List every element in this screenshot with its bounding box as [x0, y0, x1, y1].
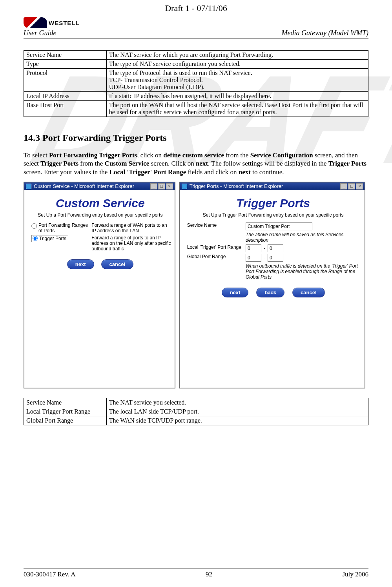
trigger-ports-subtitle: Set Up a Trigger Port Forwarding entry b…	[187, 212, 359, 218]
cell-key: Global Port Range	[24, 416, 107, 425]
radio-label: Trigger Ports	[39, 236, 66, 241]
body-bold: Trigger Ports	[328, 160, 366, 167]
body-bold: next	[239, 168, 251, 176]
minimize-button[interactable]: _	[340, 183, 347, 190]
custom-service-subtitle: Set Up a Port Forwarding entry based on …	[31, 212, 169, 218]
ie-icon	[26, 184, 31, 189]
body-bold: Custom Service	[105, 160, 150, 167]
table-row: Service NameThe NAT service for which yo…	[24, 51, 368, 60]
custom-service-heading: Custom Service	[31, 197, 169, 210]
cell-value: The WAN side TCP/UDP port range.	[106, 416, 368, 425]
cell-key: Local IP Address	[24, 92, 107, 101]
close-button[interactable]: ×	[166, 183, 173, 190]
titlebar: Custom Service - Microsoft Internet Expl…	[24, 182, 175, 190]
definitions-table-2: Service NameThe NAT service you selected…	[24, 398, 368, 425]
trigger-ports-heading: Trigger Ports	[187, 197, 359, 210]
table-row: Local Trigger Port RangeThe local LAN si…	[24, 407, 368, 416]
cancel-button[interactable]: cancel	[101, 259, 133, 269]
next-button[interactable]: next	[222, 288, 249, 297]
cell-key: Service Name	[24, 398, 107, 407]
cell-key: Local Trigger Port Range	[24, 407, 107, 416]
header-left: User Guide	[24, 29, 57, 37]
body-bold: define custom service	[163, 151, 224, 159]
table-row: ProtocolThe type of Protocol that is use…	[24, 69, 368, 92]
back-button[interactable]: back	[256, 288, 284, 297]
range-separator: -	[264, 255, 265, 261]
cell-value: The port on the WAN that will host the N…	[106, 101, 368, 117]
global-range-to-input[interactable]	[268, 254, 283, 262]
page-number: 92	[206, 571, 212, 578]
note-trigger-behaviour: When outbound traffic is detected on the…	[246, 263, 359, 280]
global-range-from-input[interactable]	[246, 254, 261, 262]
label-service-name: Service Name	[187, 222, 246, 228]
body-bold: Service Configuration	[250, 151, 313, 159]
cancel-button[interactable]: cancel	[292, 288, 325, 297]
header-divider	[24, 38, 368, 38]
range-separator: -	[264, 246, 265, 251]
maximize-button[interactable]: □	[348, 183, 355, 190]
table-row: Base Host PortThe port on the WAN that w…	[24, 101, 368, 117]
ie-icon	[182, 184, 187, 189]
footer-right: July 2006	[342, 571, 368, 578]
cell-key: Type	[24, 60, 107, 69]
local-range-from-input[interactable]	[246, 244, 261, 252]
cell-value: The type of Protocol that is used to run…	[106, 69, 368, 92]
westell-logo-icon	[24, 17, 47, 28]
cell-value: The type of NAT service configuration yo…	[106, 60, 368, 69]
westell-logo-text: WESTELL	[49, 20, 80, 26]
header-right: Media Gateway (Model WMT)	[282, 29, 368, 37]
body-bold: next	[196, 160, 208, 167]
next-button[interactable]: next	[67, 259, 94, 269]
label-local-trigger-range: Local 'Trigger' Port Range	[187, 244, 246, 250]
option-description: Forward a range of WAN ports to an IP ad…	[91, 222, 171, 233]
service-name-input[interactable]	[246, 222, 312, 230]
custom-service-dialog: Custom Service - Microsoft Internet Expl…	[24, 182, 175, 388]
draft-header: Draft 1 - 07/11/06	[24, 0, 368, 13]
table-row: Local IP AddressIf a static IP address h…	[24, 92, 368, 101]
note-service-name: The above name will be saved as this Ser…	[246, 232, 359, 243]
titlebar: Trigger Ports - Microsoft Internet Explo…	[180, 182, 365, 190]
section-title: 14.3 Port Forwarding Trigger Ports	[24, 133, 368, 143]
cell-key: Service Name	[24, 51, 107, 60]
radio-port-forwarding-ranges[interactable]	[31, 223, 37, 229]
cell-value: The NAT service you selected.	[106, 398, 368, 407]
trigger-ports-dialog: Trigger Ports - Microsoft Internet Explo…	[179, 182, 366, 388]
cell-value: The NAT service for which you are config…	[106, 51, 368, 60]
window-title: Trigger Ports - Microsoft Internet Explo…	[190, 183, 338, 189]
body-bold: Trigger Ports	[40, 160, 78, 167]
radio-label: Port Fowarding Ranges of Ports	[38, 222, 89, 233]
local-range-to-input[interactable]	[268, 244, 283, 252]
cell-key: Protocol	[24, 69, 107, 92]
body-bold: Port Forwarding Trigger Ports	[49, 151, 137, 159]
cell-value: If a static IP address has been assigned…	[106, 92, 368, 101]
close-button[interactable]: ×	[356, 183, 363, 190]
table-row: TypeThe type of NAT service configuratio…	[24, 60, 368, 69]
table-row: Global Port RangeThe WAN side TCP/UDP po…	[24, 416, 368, 425]
minimize-button[interactable]: _	[150, 183, 157, 190]
label-global-port-range: Global Port Range	[187, 254, 246, 259]
body-bold: Local 'Trigger' Port Range	[109, 168, 186, 176]
option-description: Forward a range of ports to an IP addres…	[91, 235, 171, 252]
window-title: Custom Service - Microsoft Internet Expl…	[34, 183, 148, 189]
footer-divider	[24, 569, 368, 569]
cell-key: Base Host Port	[24, 101, 107, 117]
body-paragraph: To select Port Forwarding Trigger Ports,…	[24, 151, 368, 176]
table-row: Service NameThe NAT service you selected…	[24, 398, 368, 407]
definitions-table-1: Service NameThe NAT service for which yo…	[24, 50, 368, 117]
footer-left: 030-300417 Rev. A	[24, 571, 76, 578]
radio-trigger-ports[interactable]	[33, 236, 38, 241]
cell-value: The local LAN side TCP/UDP port.	[106, 407, 368, 416]
maximize-button[interactable]: □	[158, 183, 165, 190]
